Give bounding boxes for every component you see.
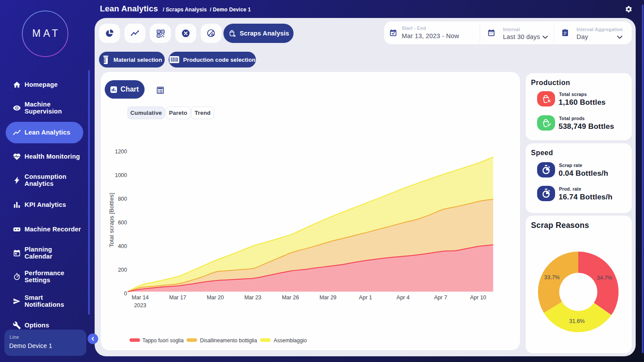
svg-text:34.7%: 34.7% [597,275,612,281]
svg-text:31.6%: 31.6% [569,318,584,324]
svg-text:Apr 7: Apr 7 [434,295,447,301]
svg-text:1000: 1000 [115,172,127,178]
svg-text:Disallineamento bottiglia: Disallineamento bottiglia [200,337,257,344]
svg-text:Mar 23: Mar 23 [244,295,262,301]
svg-text:2023: 2023 [134,302,146,309]
svg-text:400: 400 [118,243,127,249]
svg-text:Apr 4: Apr 4 [396,295,410,301]
svg-text:Mar 17: Mar 17 [169,295,186,301]
svg-text:Mar 29: Mar 29 [319,295,336,301]
svg-text:Mar 20: Mar 20 [207,295,224,301]
svg-text:Apr 10: Apr 10 [470,295,486,301]
svg-text:1200: 1200 [115,149,127,155]
svg-text:Mar 26: Mar 26 [282,295,299,301]
svg-text:0: 0 [124,291,127,297]
svg-text:Assemblaggio: Assemblaggio [274,337,307,344]
svg-text:Total scraps [Bottles]: Total scraps [Bottles] [108,193,115,248]
svg-text:Tappo fuori soglia: Tappo fuori soglia [142,337,184,344]
svg-text:600: 600 [118,220,127,226]
svg-text:200: 200 [118,267,127,273]
svg-text:800: 800 [118,196,127,202]
svg-text:33.7%: 33.7% [544,274,559,280]
svg-text:Mar 14: Mar 14 [132,295,149,301]
svg-text:Apr 1: Apr 1 [359,295,372,301]
